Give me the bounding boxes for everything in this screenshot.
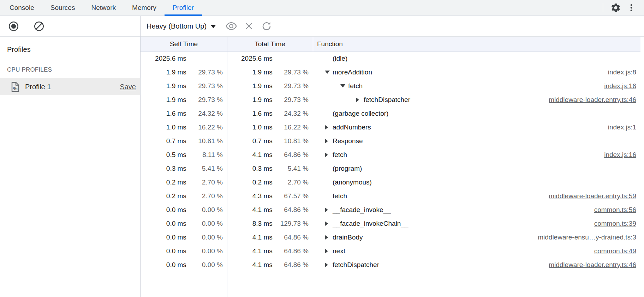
collapsed-arrow-icon[interactable] <box>325 221 333 226</box>
total-time-cell: 2025.6 ms <box>227 55 313 62</box>
self-time-cell-ms: 0.0 ms <box>141 247 186 255</box>
column-header-total-time[interactable]: Total Time <box>227 40 313 48</box>
clear-profiles-button[interactable] <box>32 20 45 32</box>
function-name: fetch <box>333 151 347 159</box>
function-cell: __facade_invoke__common.ts:56 <box>313 206 640 214</box>
function-name: __facade_invokeChain__ <box>333 220 408 228</box>
expanded-arrow-icon[interactable] <box>325 71 333 74</box>
source-location-link[interactable]: index.js:16 <box>604 82 640 90</box>
eye-icon <box>225 22 237 31</box>
profile-table-row[interactable]: 0.0 ms0.00 %4.1 ms64.86 %drainBodymiddle… <box>141 230 640 244</box>
profile-table-row[interactable]: 2025.6 ms2025.6 ms(idle) <box>141 51 640 65</box>
reload-icon <box>261 21 272 31</box>
function-cell: drainBodymiddleware-ensu…y-drained.ts:3 <box>313 234 640 241</box>
profile-name: Profile 1 <box>25 83 51 91</box>
function-cell: fetchindex.js:16 <box>313 151 640 159</box>
function-name: fetch <box>333 192 347 200</box>
record-icon <box>8 21 19 32</box>
collapsed-arrow-icon[interactable] <box>325 152 333 157</box>
view-mode-dropdown[interactable]: Heavy (Bottom Up) <box>147 22 216 30</box>
total-time-cell: 1.9 ms29.73 % <box>227 82 313 90</box>
self-time-cell-percent: 0.00 % <box>186 261 227 269</box>
function-cell: addNumbersindex.js:1 <box>313 123 640 131</box>
profile-table-row[interactable]: 1.0 ms16.22 %1.0 ms16.22 %addNumbersinde… <box>141 120 640 134</box>
profile-table-row[interactable]: 0.0 ms0.00 %8.3 ms129.73 %__facade_invok… <box>141 217 640 230</box>
column-divider[interactable] <box>313 37 313 297</box>
restore-functions-button[interactable] <box>260 20 273 32</box>
tab-sources[interactable]: Sources <box>42 0 83 16</box>
collapsed-arrow-icon[interactable] <box>356 97 364 102</box>
more-options-button[interactable] <box>624 0 639 16</box>
total-time-cell-ms: 4.1 ms <box>227 234 273 241</box>
collapsed-arrow-icon[interactable] <box>325 207 333 212</box>
source-location-link[interactable]: index.js:16 <box>604 151 640 159</box>
save-profile-link[interactable]: Save <box>120 83 136 91</box>
profile-table-row[interactable]: 0.7 ms10.81 %0.7 ms10.81 %Response <box>141 134 640 148</box>
column-divider[interactable] <box>227 37 227 297</box>
profile-table-row[interactable]: 1.9 ms29.73 %1.9 ms29.73 %moreAdditionin… <box>141 65 640 79</box>
profile-table-row[interactable]: 1.9 ms29.73 %1.9 ms29.73 %fetchDispatche… <box>141 93 640 107</box>
column-header-self-time[interactable]: Self Time <box>141 40 227 48</box>
profile-table-row[interactable]: 1.6 ms24.32 %1.6 ms24.32 %(garbage colle… <box>141 107 640 120</box>
profile-table-row[interactable]: 1.9 ms29.73 %1.9 ms29.73 %fetchindex.js:… <box>141 79 640 93</box>
profile-data-grid: Self Time Total Time Function 2025.6 ms2… <box>141 37 640 297</box>
tab-profiler[interactable]: Profiler <box>165 0 202 16</box>
total-time-cell-percent: 64.86 % <box>273 151 313 159</box>
source-location-link[interactable]: middleware-loader.entry.ts:46 <box>549 261 640 269</box>
profile-table-row[interactable]: 0.0 ms0.00 %4.1 ms64.86 %__facade_invoke… <box>141 203 640 217</box>
source-location-link[interactable]: index.js:1 <box>608 123 640 131</box>
total-time-cell: 1.9 ms29.73 % <box>227 96 313 104</box>
self-time-cell-ms: 0.3 ms <box>141 165 186 172</box>
profile-table-row[interactable]: 0.2 ms2.70 %0.2 ms2.70 %(anonymous) <box>141 175 640 189</box>
expanded-arrow-icon[interactable] <box>340 84 348 87</box>
source-location-link[interactable]: common.ts:56 <box>594 206 640 214</box>
column-header-function[interactable]: Function <box>313 40 640 48</box>
settings-button[interactable] <box>608 0 624 16</box>
source-location-link[interactable]: common.ts:49 <box>594 247 640 255</box>
self-time-cell-percent: 0.00 % <box>186 247 227 255</box>
total-time-cell-percent: 129.73 % <box>273 220 313 228</box>
close-icon <box>244 21 254 31</box>
tab-network[interactable]: Network <box>83 0 124 16</box>
source-location-link[interactable]: index.js:8 <box>608 68 640 76</box>
profile-table-row[interactable]: 0.2 ms2.70 %4.3 ms67.57 %fetchmiddleware… <box>141 189 640 203</box>
function-name: fetchDispatcher <box>364 96 410 104</box>
profile-table-row[interactable]: 0.3 ms5.41 %0.3 ms5.41 %(program) <box>141 162 640 175</box>
total-time-cell: 0.7 ms10.81 % <box>227 137 313 145</box>
collapsed-arrow-icon[interactable] <box>325 139 333 144</box>
collapsed-arrow-icon[interactable] <box>325 249 333 254</box>
profile-table-row[interactable]: 0.0 ms0.00 %4.1 ms64.86 %fetchDispatcher… <box>141 258 640 272</box>
self-time-cell-ms: 1.0 ms <box>141 123 186 131</box>
function-cell: moreAdditionindex.js:8 <box>313 68 640 76</box>
self-time-cell-percent: 8.11 % <box>186 151 227 159</box>
devtools-tabbar: Console Sources Network Memory Profiler <box>0 0 644 16</box>
source-location-link[interactable]: middleware-loader.entry.ts:59 <box>549 192 640 200</box>
collapsed-arrow-icon[interactable] <box>325 125 333 130</box>
profile-table-row[interactable]: 0.0 ms0.00 %4.1 ms64.86 %nextcommon.ts:4… <box>141 244 640 258</box>
exclude-function-button[interactable] <box>243 20 255 32</box>
source-location-link[interactable]: middleware-loader.entry.ts:46 <box>549 96 640 104</box>
profiles-heading: Profiles <box>0 37 140 54</box>
record-button[interactable] <box>7 20 20 32</box>
kebab-menu-icon <box>627 3 636 12</box>
focus-function-button[interactable] <box>225 20 238 32</box>
total-time-cell: 1.6 ms24.32 % <box>227 110 313 117</box>
svg-text:%: % <box>13 85 17 91</box>
function-cell: fetchmiddleware-loader.entry.ts:59 <box>313 192 640 200</box>
total-time-cell-percent: 10.81 % <box>273 137 313 145</box>
collapsed-arrow-icon[interactable] <box>325 262 333 267</box>
circle-slash-icon <box>34 21 44 32</box>
tab-memory[interactable]: Memory <box>124 0 165 16</box>
tab-profiler-label: Profiler <box>173 4 194 12</box>
profile-table-row[interactable]: 0.5 ms8.11 %4.1 ms64.86 %fetchindex.js:1… <box>141 148 640 162</box>
profiler-record-toolbar <box>0 16 140 37</box>
total-time-cell-percent: 2.70 % <box>273 178 313 186</box>
self-time-cell: 0.0 ms0.00 % <box>141 220 227 228</box>
tab-console[interactable]: Console <box>1 0 42 16</box>
source-location-link[interactable]: middleware-ensu…y-drained.ts:3 <box>538 234 640 241</box>
caret-down-icon <box>211 25 216 28</box>
collapsed-arrow-icon[interactable] <box>325 235 333 240</box>
sidebar-item-profile-1[interactable]: % Profile 1 Save <box>0 78 140 95</box>
total-time-cell-ms: 4.1 ms <box>227 206 273 214</box>
source-location-link[interactable]: common.ts:39 <box>594 220 640 228</box>
